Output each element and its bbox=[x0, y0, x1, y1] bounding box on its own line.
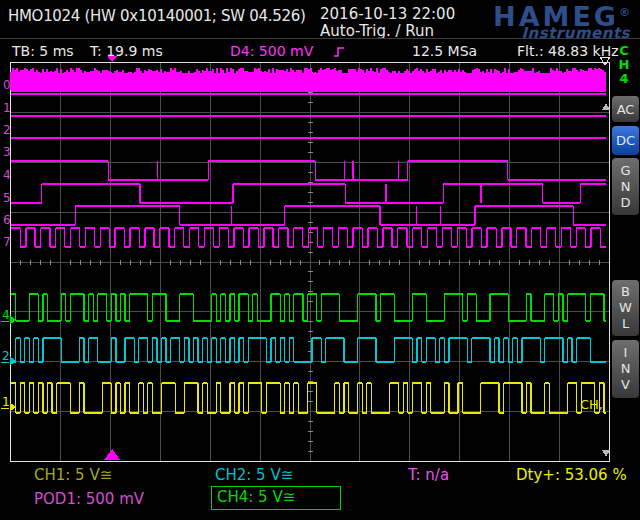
ac-button-label: AC bbox=[617, 102, 635, 117]
gnd-button-label: GND bbox=[619, 163, 632, 211]
svg-text:2: 2 bbox=[2, 349, 10, 363]
svg-text:2: 2 bbox=[3, 123, 11, 137]
ch4-selected-box: CH4: 5 V≅ bbox=[211, 486, 341, 510]
svg-text:7: 7 bbox=[3, 235, 11, 249]
coupling-dc-button[interactable]: DC bbox=[612, 126, 639, 155]
sidebar-channel-label: CH4 bbox=[617, 44, 631, 86]
svg-text:1: 1 bbox=[2, 395, 10, 409]
waveform-display: 01234567421CH, bbox=[0, 0, 640, 520]
svg-text:1: 1 bbox=[3, 101, 11, 115]
bandwidth-limit-button[interactable]: BWL bbox=[612, 280, 639, 336]
duty-cycle-readout: Dty+: 53.06 % bbox=[516, 466, 627, 484]
ch2-scale-readout: CH2: 5 V≅ bbox=[215, 466, 293, 484]
svg-text:CH,: CH, bbox=[580, 397, 603, 412]
svg-text:4: 4 bbox=[2, 308, 10, 322]
svg-text:5: 5 bbox=[3, 191, 11, 205]
inv-button-label: INV bbox=[619, 345, 632, 393]
svg-text:4: 4 bbox=[3, 168, 11, 182]
pod1-scale-readout: POD1: 500 mV bbox=[34, 490, 144, 508]
bwl-button-label: BWL bbox=[619, 284, 632, 332]
invert-button[interactable]: INV bbox=[612, 340, 639, 398]
svg-text:3: 3 bbox=[3, 145, 11, 159]
ch1-scale-readout: CH1: 5 V≅ bbox=[34, 466, 112, 484]
coupling-gnd-button[interactable]: GND bbox=[612, 158, 639, 215]
coupling-ac-button[interactable]: AC bbox=[612, 96, 639, 122]
oscilloscope-screen: { "header": { "device": "HMO1024 (HW 0x1… bbox=[0, 0, 640, 520]
dc-button-label: DC bbox=[616, 133, 635, 148]
svg-text:0: 0 bbox=[3, 78, 11, 92]
ch4-scale-readout: CH4: 5 V≅ bbox=[217, 488, 295, 506]
trigger-time-readout: T: n/a bbox=[408, 466, 449, 484]
svg-text:6: 6 bbox=[3, 213, 11, 227]
